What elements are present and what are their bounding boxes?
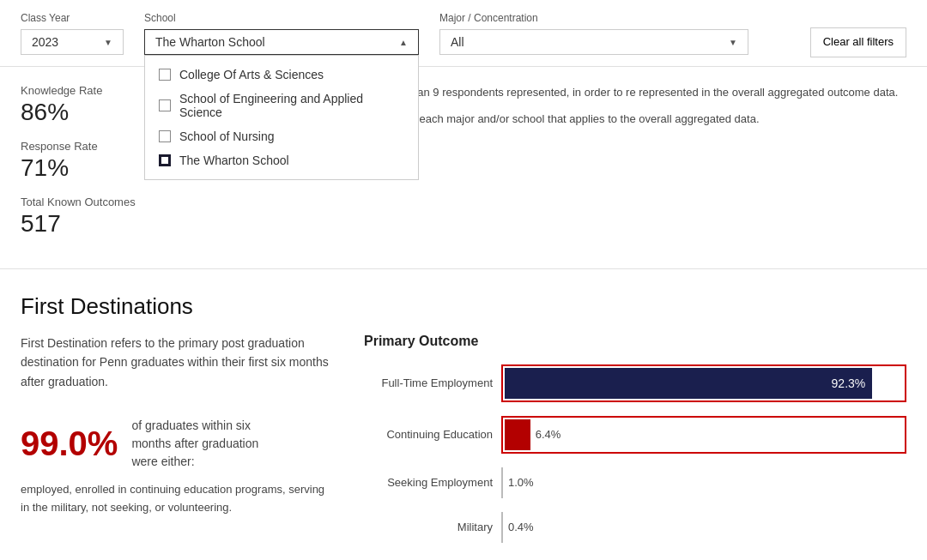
class-year-select[interactable]: 2023	[21, 29, 124, 55]
bar-wrapper-military: 0.4%	[501, 512, 906, 543]
class-year-filter: Class Year 2023	[21, 12, 124, 55]
class-year-value: 2023	[32, 35, 58, 49]
checkbox-engineering[interactable]	[159, 99, 171, 111]
highlight-desc: of graduates within six months after gra…	[131, 417, 258, 471]
bar-row-fulltime: Full-Time Employment 92.3%	[364, 364, 906, 402]
highlight-line3: were either:	[131, 455, 194, 468]
bar-wrapper-continuing: 6.4%	[501, 416, 906, 454]
bar-value-military: 0.4%	[508, 521, 534, 533]
school-option-arts[interactable]: College Of Arts & Sciences	[145, 63, 418, 87]
highlight-line2: months after graduation	[131, 437, 258, 450]
bar-value-continuing: 6.4%	[536, 428, 561, 441]
highlight-row: 99.0% of graduates within six months aft…	[21, 417, 330, 471]
bar-label-fulltime: Full-Time Employment	[364, 376, 501, 389]
bar-row-seeking: Seeking Employment 1.0%	[364, 467, 906, 498]
stats-section: Knowledge Rate 86% Response Rate 71% Tot…	[0, 67, 927, 269]
total-outcomes-value: 517	[21, 210, 175, 238]
class-year-label: Class Year	[21, 12, 124, 24]
bar-fulltime: 92.3%	[505, 368, 872, 399]
first-dest-layout: First Destination refers to the primary …	[21, 334, 906, 557]
bar-label-military: Military	[364, 521, 501, 533]
bar-value-fulltime: 92.3%	[832, 376, 866, 390]
chevron-down-icon-major	[729, 38, 737, 47]
bar-value-seeking: 1.0%	[508, 476, 534, 489]
first-dest-left: First Destination refers to the primary …	[21, 334, 330, 557]
highlight-percent: 99.0%	[21, 425, 118, 463]
chevron-down-icon	[104, 38, 112, 47]
total-outcomes-stat: Total Known Outcomes 517	[21, 196, 175, 238]
section-title: First Destinations	[21, 293, 906, 320]
major-filter: Major / Concentration All	[439, 12, 748, 55]
major-select[interactable]: All	[439, 29, 748, 55]
bar-wrapper-seeking: 1.0%	[501, 467, 906, 498]
school-filter: School The Wharton School College Of Art…	[144, 12, 419, 55]
bar-wrapper-fulltime: 92.3%	[501, 364, 906, 402]
chart-section: Primary Outcome Full-Time Employment 92.…	[364, 334, 906, 557]
school-value: The Wharton School	[155, 35, 265, 49]
school-label: School	[144, 12, 419, 24]
bottom-text: employed, enrolled in continuing educati…	[21, 481, 330, 517]
bar-row-military: Military 0.4%	[364, 512, 906, 543]
school-option-engineering[interactable]: School of Engineering and Applied Scienc…	[145, 87, 418, 124]
checkbox-wharton[interactable]	[159, 154, 171, 166]
school-select[interactable]: The Wharton School	[144, 29, 419, 55]
checkbox-nursing[interactable]	[159, 130, 171, 142]
bar-label-continuing: Continuing Education	[364, 428, 501, 441]
clear-filters-button[interactable]: Clear all filters	[810, 27, 906, 57]
bar-military	[501, 512, 503, 543]
major-label: Major / Concentration	[439, 12, 748, 24]
highlight-line1: of graduates within six	[131, 418, 251, 432]
bar-label-seeking: Seeking Employment	[364, 476, 501, 489]
checkbox-arts[interactable]	[159, 69, 171, 81]
total-outcomes-label: Total Known Outcomes	[21, 196, 175, 208]
filter-bar: Class Year 2023 School The Wharton Schoo…	[0, 0, 927, 67]
school-option-arts-label: College Of Arts & Sciences	[179, 68, 324, 81]
bar-continuing	[505, 419, 530, 450]
school-dropdown-menu: College Of Arts & Sciences School of Eng…	[144, 55, 419, 180]
school-option-nursing-label: School of Nursing	[179, 129, 275, 143]
major-value: All	[451, 35, 464, 49]
chevron-up-icon	[399, 38, 408, 47]
bar-row-continuing: Continuing Education 6.4%	[364, 416, 906, 454]
school-option-nursing[interactable]: School of Nursing	[145, 124, 418, 148]
first-dest-description: First Destination refers to the primary …	[21, 334, 330, 391]
school-option-wharton-label: The Wharton School	[179, 154, 289, 167]
chart-title: Primary Outcome	[364, 334, 906, 349]
school-option-engineering-label: School of Engineering and Applied Scienc…	[179, 92, 404, 119]
main-content: First Destinations First Destination ref…	[0, 269, 927, 560]
bar-seeking	[501, 467, 503, 498]
school-option-wharton[interactable]: The Wharton School	[145, 148, 418, 172]
